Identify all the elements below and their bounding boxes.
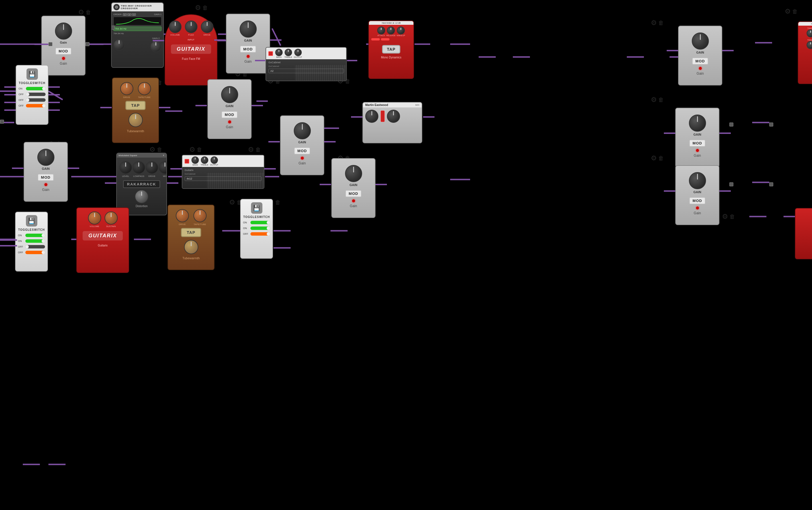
martin-output[interactable] bbox=[423, 116, 434, 118]
toggle1-input-2[interactable] bbox=[4, 94, 16, 95]
gain-knob-1[interactable] bbox=[55, 23, 72, 39]
fuzz-input[interactable] bbox=[153, 40, 164, 41]
trash-icon[interactable]: 🗑 bbox=[273, 198, 282, 206]
cab2-output[interactable] bbox=[264, 168, 276, 170]
gain-knob-r2[interactable] bbox=[689, 115, 706, 132]
toggle1-output-4[interactable] bbox=[49, 109, 60, 111]
guitarix-vol-knob[interactable] bbox=[88, 211, 101, 225]
toggle1-output-3[interactable] bbox=[49, 102, 60, 103]
trash-icon[interactable]: 🗑 bbox=[195, 145, 204, 154]
gainr2-output[interactable] bbox=[719, 133, 731, 134]
martin-knob-1[interactable] bbox=[365, 110, 378, 123]
cab1-bass-knob[interactable] bbox=[275, 49, 283, 56]
dynamics-makeup-knob[interactable] bbox=[397, 27, 405, 34]
mod-button-6[interactable]: MOD bbox=[345, 190, 361, 197]
mod-button-1[interactable]: MOD bbox=[55, 48, 71, 55]
trash-icon[interactable]: 🗑 bbox=[254, 145, 262, 154]
tube2-tap-button[interactable]: TAP bbox=[181, 228, 201, 237]
dynamics-release-knob[interactable] bbox=[387, 27, 395, 34]
cab2-input[interactable] bbox=[170, 168, 182, 170]
input-port-1[interactable] bbox=[34, 42, 52, 46]
gain6-output[interactable] bbox=[376, 184, 387, 185]
jack-connector[interactable] bbox=[729, 182, 733, 186]
dist-foot-knob[interactable] bbox=[135, 190, 148, 203]
gain5-input[interactable] bbox=[12, 168, 23, 169]
dynamics-attack-knob[interactable] bbox=[377, 27, 385, 34]
gainr3-input[interactable] bbox=[664, 190, 675, 192]
dist-lowpass-knob[interactable] bbox=[132, 161, 145, 174]
delay-time1-knob[interactable] bbox=[807, 29, 812, 37]
mod-button-r3[interactable]: MOD bbox=[689, 197, 705, 204]
cab2-bass-knob[interactable] bbox=[192, 157, 199, 164]
crossover-input[interactable] bbox=[111, 26, 115, 30]
dynamics-tap-button[interactable]: TAP bbox=[382, 45, 400, 54]
gain3-input[interactable] bbox=[196, 105, 207, 106]
tube-foot-knob[interactable] bbox=[128, 113, 143, 127]
tube-drive-knob[interactable] bbox=[120, 82, 133, 95]
trash-icon[interactable]: 🗑 bbox=[657, 154, 665, 162]
fuzz-volume-knob[interactable] bbox=[169, 21, 181, 33]
tube-tap-button[interactable]: TAP bbox=[125, 101, 146, 110]
mod-button-5[interactable]: MOD bbox=[38, 174, 54, 181]
cab1-output-knob[interactable] bbox=[294, 49, 302, 56]
crossover-knob-2[interactable] bbox=[150, 41, 162, 52]
gain4-output[interactable] bbox=[324, 141, 336, 142]
gain-knob-6[interactable] bbox=[345, 165, 362, 182]
gain-knob-4[interactable] bbox=[294, 122, 311, 139]
fuzz-fuzz-knob[interactable] bbox=[185, 21, 198, 33]
crossover-knob-1[interactable] bbox=[113, 39, 125, 51]
mod-button-r2[interactable]: MOD bbox=[689, 140, 705, 147]
mod-button-r1[interactable]: MOD bbox=[692, 58, 708, 65]
dist-drive-knob[interactable] bbox=[145, 161, 158, 174]
gain2-output[interactable] bbox=[270, 39, 282, 41]
gain-knob-r3[interactable] bbox=[689, 172, 706, 189]
gainr3-output[interactable] bbox=[719, 190, 731, 192]
tube2-drive-knob[interactable] bbox=[176, 209, 189, 222]
tube1-input[interactable] bbox=[100, 107, 112, 108]
jack-connector[interactable] bbox=[769, 122, 773, 126]
dist-mix-knob[interactable] bbox=[158, 161, 167, 174]
cab1-input[interactable] bbox=[255, 60, 265, 61]
dist-output[interactable] bbox=[167, 182, 178, 184]
gainr1-input[interactable] bbox=[667, 50, 678, 51]
jack-connector[interactable] bbox=[729, 122, 733, 126]
gain-knob-2[interactable] bbox=[240, 21, 257, 37]
cab1-output[interactable] bbox=[347, 60, 357, 61]
jack-connector-left[interactable] bbox=[0, 120, 4, 124]
mod-button-4[interactable]: MOD bbox=[294, 147, 310, 154]
gain-knob-3[interactable] bbox=[221, 86, 238, 103]
tube-tape-knob[interactable] bbox=[138, 82, 151, 95]
gain6-input[interactable] bbox=[320, 184, 331, 185]
gainr1-output[interactable] bbox=[722, 50, 734, 51]
toggle1-input-3[interactable] bbox=[4, 102, 16, 103]
dist-input[interactable] bbox=[105, 182, 116, 184]
mod-button-3[interactable]: MOD bbox=[221, 111, 238, 118]
dist-level-knob[interactable] bbox=[119, 161, 132, 174]
trash-icon[interactable]: 🗑 bbox=[657, 19, 665, 27]
gain3-output[interactable] bbox=[252, 105, 263, 106]
tube1-output[interactable] bbox=[159, 107, 170, 108]
martin-knob-2[interactable] bbox=[387, 110, 400, 123]
gain2-input[interactable] bbox=[214, 39, 226, 41]
gain5-output[interactable] bbox=[68, 168, 79, 169]
martin-input[interactable] bbox=[351, 116, 362, 118]
cab2-treble-knob[interactable] bbox=[201, 157, 208, 164]
cab1-treble-knob[interactable] bbox=[285, 49, 292, 56]
trash-icon[interactable]: 🗑 bbox=[791, 7, 799, 16]
gain-knob-5[interactable] bbox=[37, 149, 54, 166]
delay-time2-knob[interactable] bbox=[807, 41, 812, 49]
gain-knob-r1[interactable] bbox=[692, 32, 709, 50]
mod-button-2[interactable]: MOD bbox=[240, 46, 256, 53]
toggle1-output-2[interactable] bbox=[49, 94, 60, 95]
gainr2-input[interactable] bbox=[664, 133, 675, 134]
fuzz-drive-knob[interactable] bbox=[201, 21, 213, 33]
toggle1-input-4[interactable] bbox=[4, 109, 16, 111]
trash-icon[interactable]: 🗑 bbox=[728, 212, 736, 221]
tube2-foot-knob[interactable] bbox=[184, 240, 198, 254]
output-port-1[interactable] bbox=[85, 42, 104, 46]
gain4-input[interactable] bbox=[268, 141, 280, 142]
trash-icon[interactable]: 🗑 bbox=[201, 3, 209, 12]
guitarix-sus-knob[interactable] bbox=[105, 211, 118, 225]
toggle1-output-1[interactable] bbox=[49, 86, 60, 88]
trash-icon[interactable]: 🗑 bbox=[657, 95, 665, 104]
